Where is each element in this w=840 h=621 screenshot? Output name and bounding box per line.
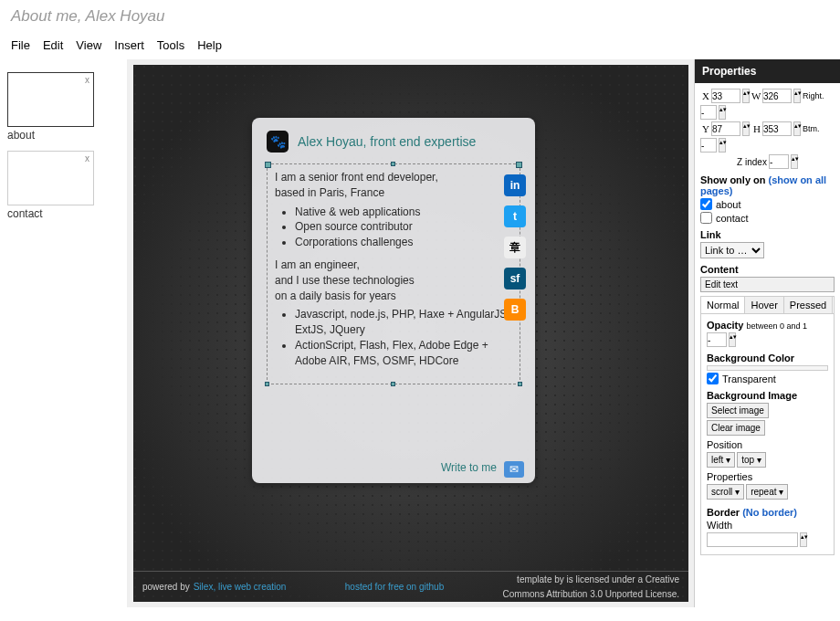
contact-check-label: contact	[716, 213, 748, 224]
right-input[interactable]	[700, 105, 717, 120]
about-checkbox[interactable]	[700, 198, 712, 210]
menu-bar: File Edit View Insert Tools Help	[0, 29, 840, 59]
pos-top-select[interactable]: top ▾	[737, 452, 766, 468]
scroll-select[interactable]: scroll ▾	[707, 484, 744, 500]
w-label: W	[751, 90, 761, 101]
stepper-icon[interactable]: ▴▾	[729, 332, 736, 347]
resize-handle-icon[interactable]	[391, 382, 395, 386]
github-icon[interactable]: 章	[504, 237, 526, 258]
stepper-icon[interactable]: ▴▾	[793, 89, 801, 103]
menu-insert[interactable]: Insert	[114, 38, 144, 52]
bgimage-label: Background Image	[707, 390, 828, 401]
stepper-icon[interactable]: ▴▾	[742, 89, 750, 103]
page-thumb-contact[interactable]: x	[7, 151, 94, 205]
list-item: Corporations challenges	[295, 235, 512, 250]
border-width-input[interactable]	[707, 532, 798, 547]
y-input[interactable]	[711, 121, 740, 136]
x-input[interactable]	[711, 89, 740, 103]
twitter-icon[interactable]: t	[504, 205, 526, 227]
list-item: Javascript, node.js, PHP, Haxe + Angular…	[295, 307, 512, 338]
resize-handle-icon[interactable]	[391, 162, 395, 166]
tab-pressed[interactable]: Pressed	[784, 297, 833, 313]
list-item: ActionScript, Flash, Flex, Adobe Edge + …	[295, 338, 512, 369]
menu-help[interactable]: Help	[197, 38, 222, 52]
no-border-link[interactable]: (No border)	[742, 507, 797, 518]
stepper-icon[interactable]: ▴▾	[719, 105, 726, 120]
about-check-label: about	[716, 199, 741, 210]
write-to-me-link[interactable]: Write to me	[441, 461, 497, 474]
stepper-icon[interactable]: ▴▾	[791, 154, 798, 169]
content-section-label: Content	[700, 264, 835, 275]
text-line: on a daily basis for years	[275, 289, 512, 304]
stepper-icon[interactable]: ▴▾	[793, 121, 801, 136]
stepper-icon[interactable]: ▴▾	[742, 121, 750, 136]
intro-line: I am a senior front end developer,	[275, 170, 512, 185]
position-label: Position	[707, 439, 828, 450]
menu-file[interactable]: File	[11, 38, 30, 52]
opacity-input[interactable]	[707, 332, 727, 347]
transparent-checkbox[interactable]	[707, 373, 719, 384]
edit-text-button[interactable]: Edit text	[700, 277, 835, 292]
zindex-input[interactable]	[769, 154, 789, 169]
width-label: Width	[707, 520, 828, 531]
page-label-contact: contact	[7, 207, 120, 220]
w-input[interactable]	[762, 89, 792, 103]
repeat-select[interactable]: repeat ▾	[746, 484, 788, 500]
social-column: in t 章 sf B	[504, 174, 526, 321]
bgcolor-swatch[interactable]	[707, 365, 828, 371]
silex-link[interactable]: Silex, live web creation	[194, 582, 287, 592]
resize-handle-icon[interactable]	[265, 382, 269, 386]
intro-line: based in Paris, France	[275, 185, 512, 201]
list-item: Open source contributor	[295, 219, 512, 235]
h-input[interactable]	[762, 121, 792, 136]
list-item: Native & web applications	[295, 205, 512, 220]
link-to-select[interactable]: Link to …	[700, 242, 764, 258]
menu-tools[interactable]: Tools	[157, 38, 184, 52]
x-label: X	[700, 90, 709, 101]
tab-hover[interactable]: Hover	[745, 297, 783, 313]
canvas-area: 🐾 Alex Hoyau, front end expertise I am a…	[128, 59, 694, 607]
card-title[interactable]: Alex Hoyau, front end expertise	[298, 134, 476, 149]
right-label: Right.	[803, 91, 824, 100]
resize-handle-icon[interactable]	[518, 382, 522, 386]
transparent-label: Transparent	[722, 374, 776, 384]
text-line: and I use these technologies	[275, 273, 512, 289]
menu-edit[interactable]: Edit	[43, 38, 63, 52]
border-label: Border	[707, 507, 742, 518]
properties-sub-label: Properties	[707, 471, 828, 482]
opacity-label: Opacity	[707, 320, 743, 331]
github-host-link[interactable]: hosted for free on github	[345, 582, 444, 592]
btm-input[interactable]	[700, 138, 717, 153]
selected-text-block[interactable]: I am a senior front end developer, based…	[267, 163, 520, 384]
tab-normal[interactable]: Normal	[701, 297, 745, 313]
menu-view[interactable]: View	[76, 38, 101, 52]
zindex-label: Z index	[737, 157, 767, 167]
page-thumb-about[interactable]: x	[7, 72, 94, 127]
stepper-icon[interactable]: ▴▾	[800, 532, 807, 547]
select-image-button[interactable]: Select image	[707, 403, 769, 418]
close-icon[interactable]: x	[85, 75, 89, 85]
tech-list: Javascript, node.js, PHP, Haxe + Angular…	[295, 307, 512, 368]
close-icon[interactable]: x	[85, 153, 89, 163]
footer-text: is licensed under a Creative	[567, 574, 679, 584]
y-label: Y	[700, 123, 709, 134]
linkedin-icon[interactable]: in	[504, 174, 526, 196]
mail-icon[interactable]: ✉	[504, 461, 524, 478]
document-title[interactable]: About me, Alex Hoyau	[11, 7, 829, 26]
pos-left-select[interactable]: left ▾	[707, 452, 735, 468]
sourceforge-icon[interactable]: sf	[504, 268, 526, 289]
bullet-list: Native & web applications Open source co…	[295, 205, 512, 250]
contact-checkbox[interactable]	[700, 212, 712, 224]
stepper-icon[interactable]: ▴▾	[719, 138, 726, 153]
editor-canvas[interactable]: 🐾 Alex Hoyau, front end expertise I am a…	[133, 65, 688, 602]
show-only-label: Show only on	[700, 174, 769, 185]
state-tabs: Normal Hover Pressed	[700, 296, 835, 313]
pages-panel: x about x contact	[0, 59, 128, 607]
text-line: I am an engineer,	[275, 258, 512, 273]
clear-image-button[interactable]: Clear image	[707, 420, 765, 436]
site-footer: powered by Silex, live web creation host…	[133, 571, 688, 602]
footer-text: Commons Attribution 3.0 Unported License…	[503, 589, 679, 600]
properties-panel: Properties X ▴▾ W ▴▾ Right. ▴▾ Y ▴▾ H ▴▾…	[694, 59, 840, 607]
content-card[interactable]: 🐾 Alex Hoyau, front end expertise I am a…	[252, 118, 535, 483]
blogger-icon[interactable]: B	[504, 299, 526, 321]
